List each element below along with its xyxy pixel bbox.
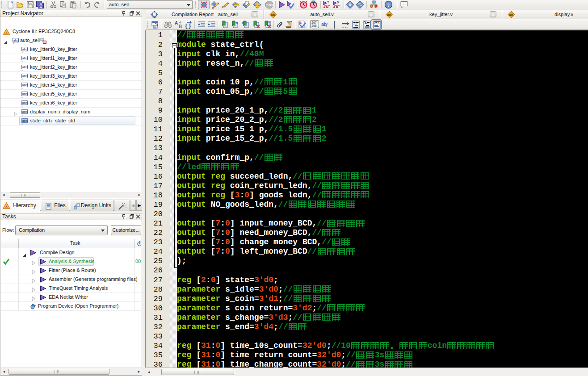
svg-text:abd: abd <box>22 83 28 87</box>
svg-text:abd: abd <box>22 74 28 78</box>
svg-text:abd: abd <box>22 92 28 96</box>
svg-text:abd: abd <box>13 38 19 42</box>
svg-text:{}: {} <box>185 23 192 29</box>
svg-text:B: B <box>179 24 182 29</box>
svg-text:abd: abd <box>22 47 28 51</box>
svg-text:abd: abd <box>22 110 28 114</box>
svg-text:/: / <box>326 22 328 28</box>
svg-text:abd: abd <box>22 119 28 123</box>
svg-text:ab: ab <box>271 13 275 17</box>
svg-text:ab: ab <box>387 13 391 17</box>
svg-text:abd: abd <box>22 65 28 69</box>
svg-text:ab: ab <box>509 13 513 17</box>
svg-text:abd: abd <box>22 101 28 105</box>
svg-text:abd: abd <box>22 56 28 60</box>
svg-text:267: 267 <box>311 21 317 24</box>
svg-text:?: ? <box>387 2 390 8</box>
svg-text:268: 268 <box>311 24 317 27</box>
svg-text:A: A <box>175 21 178 25</box>
svg-text:STOP: STOP <box>266 4 273 7</box>
